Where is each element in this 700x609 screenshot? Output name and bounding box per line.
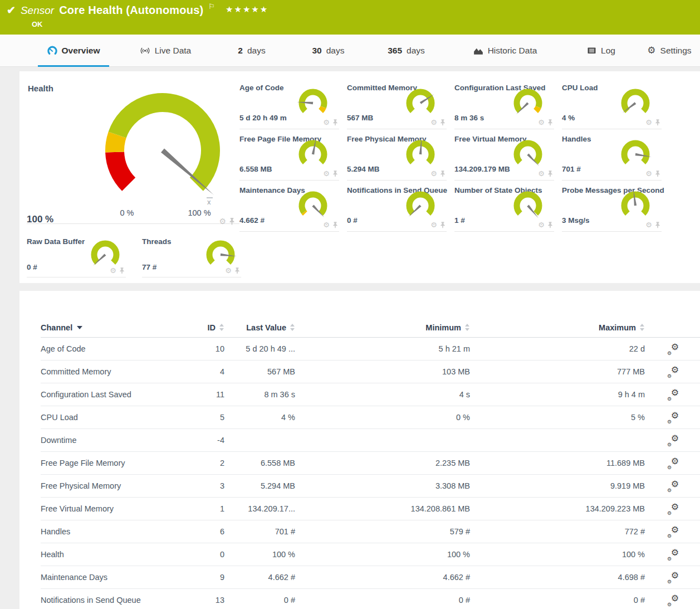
tab-365-days[interactable]: 365 days: [366, 35, 447, 66]
gear-icon[interactable]: ⚙: [110, 267, 116, 274]
gear-icon-small: ⚙: [667, 373, 672, 379]
gear-icon-small: ⚙: [667, 442, 672, 447]
tab-overview-label: Overview: [62, 46, 100, 56]
gear-icon[interactable]: ⚙: [645, 170, 652, 177]
pin-icon[interactable]: [547, 170, 553, 177]
table-row-maintenance-days[interactable]: Maintenance Days94.662 #4.662 #4.698 #⚙⚙: [41, 566, 700, 589]
pin-icon[interactable]: [547, 222, 553, 228]
tab-30-days[interactable]: 30 days: [291, 35, 366, 66]
gear-icon[interactable]: ⚙: [430, 119, 437, 126]
table-row-committed-memory[interactable]: Committed Memory4567 MB103 MB777 MB⚙⚙: [41, 360, 700, 383]
column-header-id[interactable]: ID: [183, 323, 224, 332]
tab-log[interactable]: Log: [564, 35, 639, 66]
priority-stars[interactable]: ★★★★★: [226, 4, 268, 14]
table-row-downtime[interactable]: Downtime-4⚙⚙: [41, 429, 700, 452]
column-header-maximum[interactable]: Maximum: [470, 323, 645, 332]
priority-flag-icon[interactable]: ⚐: [208, 2, 215, 11]
maximum-value: 9 h 4 m: [470, 390, 645, 399]
channel-id: 4: [183, 367, 224, 376]
last-value: 4 %: [224, 413, 295, 422]
table-row-free-virtual-memory[interactable]: Free Virtual Memory1134.209.17...134.208…: [41, 498, 700, 520]
channel-settings-icon[interactable]: ⚙⚙: [667, 549, 679, 560]
gear-icon: ⚙: [671, 410, 679, 421]
channel-settings-icon[interactable]: ⚙⚙: [667, 389, 679, 400]
table-row-configuration-last-saved[interactable]: Configuration Last Saved118 m 36 s4 s9 h…: [41, 383, 700, 406]
pin-icon[interactable]: [655, 222, 660, 228]
gauge-panel-committed-memory: Committed Memory567 MB⚙: [347, 78, 447, 129]
channel-settings-icon[interactable]: ⚙⚙: [667, 367, 679, 377]
pin-icon[interactable]: [234, 267, 240, 274]
channel-settings-icon[interactable]: ⚙⚙: [667, 344, 679, 354]
pin-icon[interactable]: [332, 170, 338, 177]
channel-settings-icon[interactable]: ⚙⚙: [667, 595, 679, 606]
minimum-value: 579 #: [295, 527, 470, 536]
pin-icon[interactable]: [332, 119, 338, 126]
gear-icon[interactable]: ⚙: [538, 119, 545, 126]
maximum-value: 100 %: [470, 550, 645, 559]
pin-icon[interactable]: [440, 170, 446, 177]
gear-icon[interactable]: ⚙: [538, 170, 545, 177]
pin-icon[interactable]: [332, 222, 338, 228]
mini-gauge: [296, 86, 330, 120]
minimum-value: 103 MB: [295, 367, 470, 376]
gear-icon: ⚙: [671, 387, 679, 398]
mini-gauge: [296, 188, 330, 223]
table-row-health[interactable]: Health0100 %100 %100 %⚙⚙: [41, 543, 700, 566]
channel-settings-icon[interactable]: ⚙⚙: [667, 412, 679, 423]
channel-settings-icon[interactable]: ⚙⚙: [667, 527, 679, 537]
gear-icon-small: ⚙: [667, 488, 672, 493]
channel-settings-icon[interactable]: ⚙⚙: [667, 572, 679, 583]
table-row-free-page-file-memory[interactable]: Free Page File Memory26.558 MB2.235 MB11…: [41, 452, 700, 475]
gear-icon[interactable]: ⚙: [430, 170, 437, 177]
gear-icon[interactable]: ⚙: [219, 217, 226, 225]
maximum-value: 9.919 MB: [470, 481, 645, 490]
channel-settings-icon[interactable]: ⚙⚙: [667, 458, 679, 469]
pin-icon[interactable]: [655, 170, 660, 177]
last-value: 0 #: [224, 596, 295, 605]
channel-id: 6: [183, 527, 224, 536]
gauge-value: 5.294 MB: [347, 165, 380, 173]
gear-icon[interactable]: ⚙: [323, 221, 330, 228]
table-row-age-of-code[interactable]: Age of Code105 d 20 h 49 ...5 h 21 m22 d…: [41, 338, 700, 360]
gauge-actions: ⚙: [323, 170, 338, 177]
tab-live-data[interactable]: Live Data: [118, 35, 213, 66]
mini-gauge: [403, 188, 438, 223]
pin-icon[interactable]: [655, 119, 660, 126]
tab-2-days[interactable]: 2 days: [213, 35, 291, 66]
gear-icon[interactable]: ⚙: [430, 221, 437, 228]
mini-gauge: [403, 86, 438, 120]
gauge-value: 5 d 20 h 49 m: [239, 114, 287, 122]
gear-icon[interactable]: ⚙: [645, 221, 652, 228]
channel-settings-icon[interactable]: ⚙⚙: [667, 481, 679, 491]
gear-icon: ⚙: [671, 342, 679, 352]
pin-icon[interactable]: [119, 267, 125, 274]
tab-historic-data[interactable]: Historic Data: [447, 35, 564, 66]
gear-icon[interactable]: ⚙: [323, 119, 330, 126]
table-row-notifications-in-send-queue[interactable]: Notifications in Send Queue130 #0 #0 #⚙⚙: [41, 589, 700, 609]
channel-table: Channel ID Last Value Minimum Maximum Ag…: [41, 318, 700, 609]
last-value: 100 %: [224, 550, 295, 559]
table-row-free-physical-memory[interactable]: Free Physical Memory35.294 MB3.308 MB9.9…: [41, 475, 700, 498]
pin-icon[interactable]: [229, 218, 235, 225]
gauge-title: Handles: [562, 135, 591, 143]
maximum-value: 4.698 #: [470, 573, 645, 582]
channel-settings-icon[interactable]: ⚙⚙: [667, 435, 679, 446]
pin-icon[interactable]: [440, 222, 446, 228]
channel-settings-icon[interactable]: ⚙⚙: [667, 504, 679, 514]
sort-icon: [465, 324, 470, 331]
gauge-panel-maintenance-days: Maintenance Days4.662 #⚙: [239, 181, 339, 232]
table-row-cpu-load[interactable]: CPU Load54 %0 %5 %⚙⚙: [41, 406, 700, 429]
column-header-channel[interactable]: Channel: [41, 323, 183, 332]
table-row-handles[interactable]: Handles6701 #579 #772 #⚙⚙: [41, 520, 700, 543]
column-header-minimum[interactable]: Minimum: [295, 323, 470, 332]
pin-icon[interactable]: [440, 119, 446, 126]
gear-icon[interactable]: ⚙: [323, 170, 330, 177]
pin-icon[interactable]: [547, 119, 553, 126]
tab-settings[interactable]: ⚙ Settings: [639, 35, 700, 66]
gear-icon[interactable]: ⚙: [538, 221, 545, 228]
tab-overview[interactable]: Overview: [29, 35, 118, 66]
gear-icon[interactable]: ⚙: [645, 119, 652, 126]
column-header-last-value[interactable]: Last Value: [224, 323, 295, 332]
tab-log-label: Log: [601, 46, 615, 56]
gear-icon[interactable]: ⚙: [225, 267, 232, 274]
